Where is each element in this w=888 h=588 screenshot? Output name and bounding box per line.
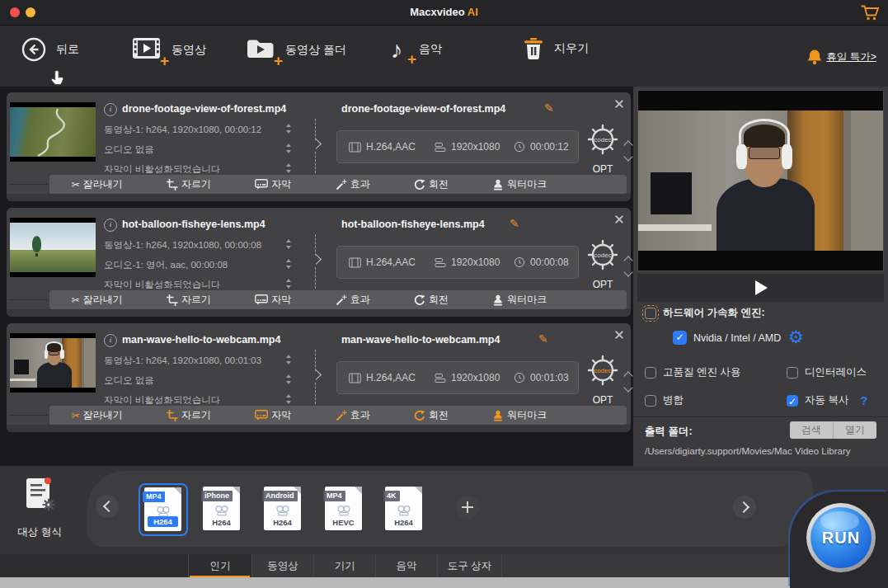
subtitle-track-stepper[interactable]: [285, 394, 292, 404]
format-scroll-left-button[interactable]: [96, 495, 119, 518]
media-row-hot-balloon[interactable]: i hot-balloon-fisheye-lens.mp4 동영상-1: h2…: [7, 208, 631, 317]
tab-video[interactable]: 동영상: [251, 554, 313, 577]
codec-settings-button[interactable]: codec: [584, 122, 622, 162]
play-button[interactable]: [637, 274, 884, 302]
rotate-button[interactable]: 회전: [414, 293, 449, 307]
subtitle-track-stepper[interactable]: [285, 279, 292, 289]
tab-toolbox[interactable]: 도구 상자: [437, 554, 501, 577]
crop-button[interactable]: 자르기: [167, 408, 211, 422]
cart-icon[interactable]: [860, 4, 880, 21]
codec-settings-button[interactable]: codec: [584, 353, 622, 393]
run-button[interactable]: RUN: [806, 503, 876, 572]
target-format-button[interactable]: 대상 형식: [0, 476, 79, 517]
gpu-settings-gear-icon[interactable]: ⚙: [788, 327, 804, 347]
deinterlace-row[interactable]: 디인터레이스: [787, 365, 867, 379]
toolbar: 뒤로 + 동영상 + 동영상 폴더 ♪ + 음악 지우기: [0, 26, 888, 87]
crop-button[interactable]: 자르기: [167, 293, 211, 307]
gpu-checkbox-row[interactable]: ✓ Nvidia / Intel / AMD: [673, 331, 781, 345]
row-bottom-strip: [7, 425, 631, 432]
auto-copy-checkbox[interactable]: ✓: [787, 395, 798, 407]
subtitle-track-stepper[interactable]: [285, 163, 292, 173]
rotate-button[interactable]: 회전: [414, 177, 449, 191]
back-button[interactable]: 뒤로: [21, 37, 79, 62]
browse-button[interactable]: 검색: [790, 421, 834, 439]
subtitle-button[interactable]: 자막: [255, 408, 291, 422]
format-card-4k-h264[interactable]: 4K H264: [385, 487, 422, 530]
tab-popular[interactable]: 인기: [188, 554, 251, 577]
video-track-stepper[interactable]: [285, 239, 292, 249]
cut-button[interactable]: ✂잘라내기: [72, 408, 123, 422]
output-info-box[interactable]: H.264,AAC 1920x1080 00:00:12: [336, 130, 579, 163]
merge-row[interactable]: 병합: [645, 393, 684, 407]
format-card-mp4-hevc[interactable]: MP4 HEVC: [325, 487, 362, 530]
add-music-button[interactable]: ♪ + 음악: [384, 37, 442, 62]
reorder-arrows[interactable]: [623, 371, 633, 393]
hw-accel-checkbox[interactable]: [645, 308, 656, 319]
opt-label: OPT: [584, 394, 622, 406]
rename-pencil-icon[interactable]: ✎: [538, 332, 548, 346]
watermark-button[interactable]: 워터마크: [492, 293, 547, 307]
codec-settings-button[interactable]: codec: [584, 238, 622, 277]
open-button[interactable]: 열기: [834, 421, 876, 439]
tab-device[interactable]: 기기: [313, 554, 375, 577]
rotate-button[interactable]: 회전: [414, 408, 449, 422]
rename-pencil-icon[interactable]: ✎: [544, 101, 554, 115]
effect-button[interactable]: 효과: [336, 177, 370, 191]
deinterlace-checkbox[interactable]: [787, 367, 798, 379]
video-track-stepper[interactable]: [285, 124, 292, 134]
high-quality-row[interactable]: 고품질 엔진 사용: [645, 365, 740, 379]
video-thumbnail[interactable]: [10, 102, 96, 162]
clear-button[interactable]: 지우기: [523, 37, 589, 60]
effect-button[interactable]: 효과: [336, 408, 370, 422]
subtitle-button[interactable]: 자막: [255, 293, 291, 307]
effect-button[interactable]: 효과: [336, 293, 370, 307]
audio-track-stepper[interactable]: [285, 374, 292, 384]
video-track-stepper[interactable]: [285, 355, 292, 365]
remove-item-button[interactable]: [614, 214, 624, 224]
add-video-folder-button[interactable]: + 동영상 폴더: [246, 37, 346, 64]
audio-track-stepper[interactable]: [285, 143, 292, 153]
media-row-man-webcam-selected[interactable]: i man-wave-hello-to-webcam.mp4 동영상-1: h2…: [7, 323, 631, 432]
crop-button[interactable]: 자르기: [167, 177, 211, 191]
format-card-android-h264[interactable]: Android H264: [264, 487, 301, 530]
reorder-arrows[interactable]: [623, 140, 633, 162]
audio-track-stepper[interactable]: [285, 259, 292, 269]
video-thumbnail[interactable]: [10, 218, 96, 277]
media-row-drone-footage[interactable]: i drone-footage-view-of-forest.mp4 동영상-1…: [7, 92, 631, 201]
output-info-box[interactable]: H.264,AAC 1920x1080 00:00:08: [336, 246, 579, 279]
output-filename: hot-balloon-fisheye-lens.mp4: [341, 219, 485, 230]
watermark-button[interactable]: 워터마크: [492, 177, 547, 191]
output-folder-label: 출력 폴더:: [645, 425, 693, 439]
format-card-mp4-h264-selected[interactable]: MP4 H264: [139, 483, 188, 536]
add-format-button[interactable]: [456, 496, 479, 519]
add-video-button[interactable]: + 동영상: [132, 37, 206, 64]
holiday-promo-link[interactable]: 휴일 특가>: [807, 49, 876, 65]
flow-connector: [315, 267, 316, 289]
hw-accel-checkbox-row[interactable]: 하드웨어 가속화 엔진:: [645, 306, 765, 320]
deinterlace-label: 디인터레이스: [805, 365, 867, 379]
reorder-arrows[interactable]: [623, 256, 633, 277]
video-thumbnail[interactable]: [10, 333, 96, 393]
high-quality-checkbox[interactable]: [645, 367, 656, 379]
gpu-checkbox[interactable]: ✓: [673, 331, 687, 345]
rotate-icon: [414, 410, 425, 421]
rename-pencil-icon[interactable]: ✎: [510, 217, 519, 230]
auto-copy-row[interactable]: ✓ 자동 복사 ?: [787, 393, 867, 407]
remove-item-button[interactable]: [614, 330, 624, 340]
merge-checkbox[interactable]: [645, 395, 656, 407]
format-card-iphone-h264[interactable]: iPhone H264: [203, 487, 240, 530]
help-icon[interactable]: ?: [860, 394, 867, 407]
remove-item-button[interactable]: [614, 99, 624, 109]
cut-button[interactable]: ✂잘라내기: [72, 177, 123, 191]
run-button-container: RUN: [790, 492, 888, 588]
cut-button[interactable]: ✂잘라내기: [72, 293, 123, 307]
output-duration: 00:00:08: [530, 256, 569, 268]
watermark-button[interactable]: 워터마크: [492, 408, 547, 422]
format-shelf: [87, 471, 813, 547]
effect-label: 효과: [350, 408, 370, 422]
format-scroll-right-button[interactable]: [733, 496, 756, 519]
crop-icon: [167, 410, 178, 421]
tab-music[interactable]: 음악: [375, 554, 437, 577]
output-info-box[interactable]: H.264,AAC 1920x1080 00:01:03: [336, 361, 579, 394]
subtitle-button[interactable]: 자막: [255, 177, 291, 191]
